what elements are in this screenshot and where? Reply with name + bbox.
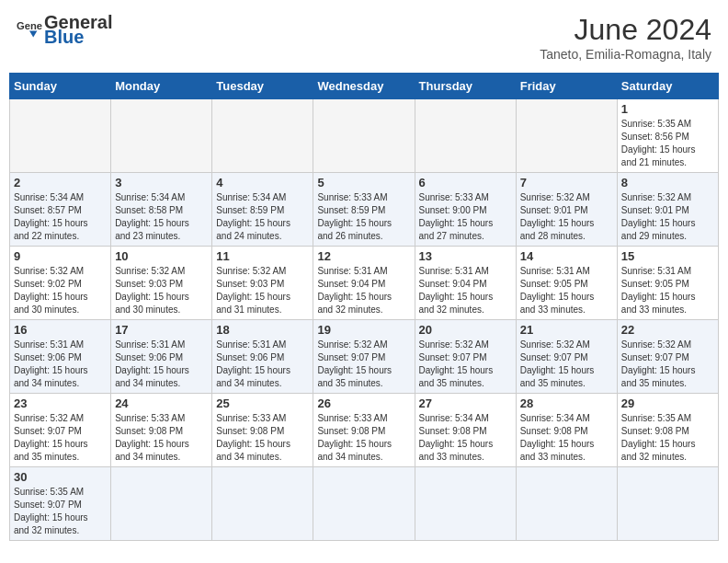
calendar-cell: 8Sunrise: 5:32 AM Sunset: 9:01 PM Daylig… xyxy=(617,173,718,247)
day-info: Sunrise: 5:34 AM Sunset: 8:58 PM Dayligh… xyxy=(115,191,208,243)
day-info: Sunrise: 5:33 AM Sunset: 9:08 PM Dayligh… xyxy=(115,412,208,464)
day-info: Sunrise: 5:35 AM Sunset: 8:56 PM Dayligh… xyxy=(621,118,714,169)
calendar-cell: 4Sunrise: 5:34 AM Sunset: 8:59 PM Daylig… xyxy=(212,173,313,247)
day-number: 28 xyxy=(520,396,613,410)
day-info: Sunrise: 5:35 AM Sunset: 9:07 PM Dayligh… xyxy=(14,486,107,537)
calendar-cell: 17Sunrise: 5:31 AM Sunset: 9:06 PM Dayli… xyxy=(111,320,212,394)
day-info: Sunrise: 5:32 AM Sunset: 9:07 PM Dayligh… xyxy=(317,339,410,390)
calendar-cell: 5Sunrise: 5:33 AM Sunset: 8:59 PM Daylig… xyxy=(313,173,415,247)
day-number: 3 xyxy=(115,176,208,190)
day-number: 10 xyxy=(115,249,208,263)
day-info: Sunrise: 5:31 AM Sunset: 9:06 PM Dayligh… xyxy=(14,339,107,390)
day-info: Sunrise: 5:32 AM Sunset: 9:02 PM Dayligh… xyxy=(14,265,107,316)
day-number: 20 xyxy=(419,323,512,337)
calendar-cell: 27Sunrise: 5:34 AM Sunset: 9:08 PM Dayli… xyxy=(415,394,516,467)
calendar-cell xyxy=(617,467,718,541)
calendar-cell: 14Sunrise: 5:31 AM Sunset: 9:05 PM Dayli… xyxy=(516,247,617,320)
calendar-cell: 7Sunrise: 5:32 AM Sunset: 9:01 PM Daylig… xyxy=(516,173,617,247)
calendar-cell: 21Sunrise: 5:32 AM Sunset: 9:07 PM Dayli… xyxy=(516,320,617,394)
calendar-cell: 9Sunrise: 5:32 AM Sunset: 9:02 PM Daylig… xyxy=(10,247,111,320)
page-header: General General Blue June 2024 Taneto, E… xyxy=(9,9,719,65)
day-number: 23 xyxy=(14,396,107,410)
calendar-cell: 11Sunrise: 5:32 AM Sunset: 9:03 PM Dayli… xyxy=(212,247,313,320)
calendar-cell: 12Sunrise: 5:31 AM Sunset: 9:04 PM Dayli… xyxy=(313,247,415,320)
day-info: Sunrise: 5:31 AM Sunset: 9:05 PM Dayligh… xyxy=(520,265,613,316)
calendar-cell: 30Sunrise: 5:35 AM Sunset: 9:07 PM Dayli… xyxy=(10,467,111,541)
day-number: 5 xyxy=(317,176,410,190)
calendar-cell xyxy=(415,99,516,173)
day-info: Sunrise: 5:32 AM Sunset: 9:01 PM Dayligh… xyxy=(520,191,613,243)
calendar-cell: 15Sunrise: 5:31 AM Sunset: 9:05 PM Dayli… xyxy=(617,247,718,320)
logo-icon: General xyxy=(17,17,42,42)
weekday-header-wednesday: Wednesday xyxy=(313,74,415,99)
calendar-cell: 2Sunrise: 5:34 AM Sunset: 8:57 PM Daylig… xyxy=(10,173,111,247)
weekday-header-friday: Friday xyxy=(516,74,617,99)
calendar-cell: 19Sunrise: 5:32 AM Sunset: 9:07 PM Dayli… xyxy=(313,320,415,394)
day-info: Sunrise: 5:32 AM Sunset: 9:03 PM Dayligh… xyxy=(115,265,208,316)
day-number: 11 xyxy=(216,249,309,263)
day-info: Sunrise: 5:31 AM Sunset: 9:06 PM Dayligh… xyxy=(216,339,309,390)
day-number: 2 xyxy=(14,176,107,190)
calendar-cell xyxy=(10,99,111,173)
day-number: 14 xyxy=(520,249,613,263)
week-row-6: 30Sunrise: 5:35 AM Sunset: 9:07 PM Dayli… xyxy=(10,467,719,541)
calendar-cell: 10Sunrise: 5:32 AM Sunset: 9:03 PM Dayli… xyxy=(111,247,212,320)
day-number: 1 xyxy=(621,102,714,116)
day-number: 18 xyxy=(216,323,309,337)
day-info: Sunrise: 5:34 AM Sunset: 9:08 PM Dayligh… xyxy=(520,412,613,464)
day-number: 7 xyxy=(520,176,613,190)
calendar-cell: 1Sunrise: 5:35 AM Sunset: 8:56 PM Daylig… xyxy=(617,99,718,173)
day-info: Sunrise: 5:34 AM Sunset: 8:59 PM Dayligh… xyxy=(216,191,309,243)
day-number: 21 xyxy=(520,323,613,337)
weekday-header-row: SundayMondayTuesdayWednesdayThursdayFrid… xyxy=(10,74,719,99)
calendar-cell: 29Sunrise: 5:35 AM Sunset: 9:08 PM Dayli… xyxy=(617,394,718,467)
day-number: 22 xyxy=(621,323,714,337)
calendar-cell: 18Sunrise: 5:31 AM Sunset: 9:06 PM Dayli… xyxy=(212,320,313,394)
day-number: 19 xyxy=(317,323,410,337)
calendar-cell xyxy=(111,467,212,541)
weekday-header-tuesday: Tuesday xyxy=(212,74,313,99)
day-number: 15 xyxy=(621,249,714,263)
logo: General General Blue xyxy=(17,13,112,46)
day-info: Sunrise: 5:31 AM Sunset: 9:04 PM Dayligh… xyxy=(419,265,512,316)
day-info: Sunrise: 5:31 AM Sunset: 9:04 PM Dayligh… xyxy=(317,265,410,316)
month-title: June 2024 xyxy=(540,13,711,47)
weekday-header-sunday: Sunday xyxy=(10,74,111,99)
day-number: 4 xyxy=(216,176,309,190)
weekday-header-saturday: Saturday xyxy=(617,74,718,99)
day-info: Sunrise: 5:32 AM Sunset: 9:07 PM Dayligh… xyxy=(419,339,512,390)
day-info: Sunrise: 5:32 AM Sunset: 9:07 PM Dayligh… xyxy=(520,339,613,390)
calendar-cell xyxy=(415,467,516,541)
day-number: 24 xyxy=(115,396,208,410)
weekday-header-thursday: Thursday xyxy=(415,74,516,99)
weekday-header-monday: Monday xyxy=(111,74,212,99)
day-number: 30 xyxy=(14,470,107,484)
title-block: June 2024 Taneto, Emilia-Romagna, Italy xyxy=(540,13,711,62)
svg-marker-1 xyxy=(29,30,37,37)
calendar-table: SundayMondayTuesdayWednesdayThursdayFrid… xyxy=(9,73,719,541)
calendar-cell: 23Sunrise: 5:32 AM Sunset: 9:07 PM Dayli… xyxy=(10,394,111,467)
week-row-4: 16Sunrise: 5:31 AM Sunset: 9:06 PM Dayli… xyxy=(10,320,719,394)
week-row-1: 1Sunrise: 5:35 AM Sunset: 8:56 PM Daylig… xyxy=(10,99,719,173)
day-info: Sunrise: 5:32 AM Sunset: 9:01 PM Dayligh… xyxy=(621,191,714,243)
calendar-cell: 28Sunrise: 5:34 AM Sunset: 9:08 PM Dayli… xyxy=(516,394,617,467)
day-info: Sunrise: 5:33 AM Sunset: 9:00 PM Dayligh… xyxy=(419,191,512,243)
day-number: 26 xyxy=(317,396,410,410)
calendar-cell: 20Sunrise: 5:32 AM Sunset: 9:07 PM Dayli… xyxy=(415,320,516,394)
day-number: 16 xyxy=(14,323,107,337)
day-number: 25 xyxy=(216,396,309,410)
calendar-cell xyxy=(516,467,617,541)
day-info: Sunrise: 5:34 AM Sunset: 8:57 PM Dayligh… xyxy=(14,191,107,243)
day-info: Sunrise: 5:31 AM Sunset: 9:05 PM Dayligh… xyxy=(621,265,714,316)
svg-text:General: General xyxy=(17,20,42,31)
day-info: Sunrise: 5:33 AM Sunset: 9:08 PM Dayligh… xyxy=(216,412,309,464)
day-number: 9 xyxy=(14,249,107,263)
day-number: 27 xyxy=(419,396,512,410)
calendar-cell: 26Sunrise: 5:33 AM Sunset: 9:08 PM Dayli… xyxy=(313,394,415,467)
day-number: 8 xyxy=(621,176,714,190)
day-number: 17 xyxy=(115,323,208,337)
day-number: 12 xyxy=(317,249,410,263)
week-row-5: 23Sunrise: 5:32 AM Sunset: 9:07 PM Dayli… xyxy=(10,394,719,467)
day-number: 6 xyxy=(419,176,512,190)
day-info: Sunrise: 5:32 AM Sunset: 9:07 PM Dayligh… xyxy=(14,412,107,464)
